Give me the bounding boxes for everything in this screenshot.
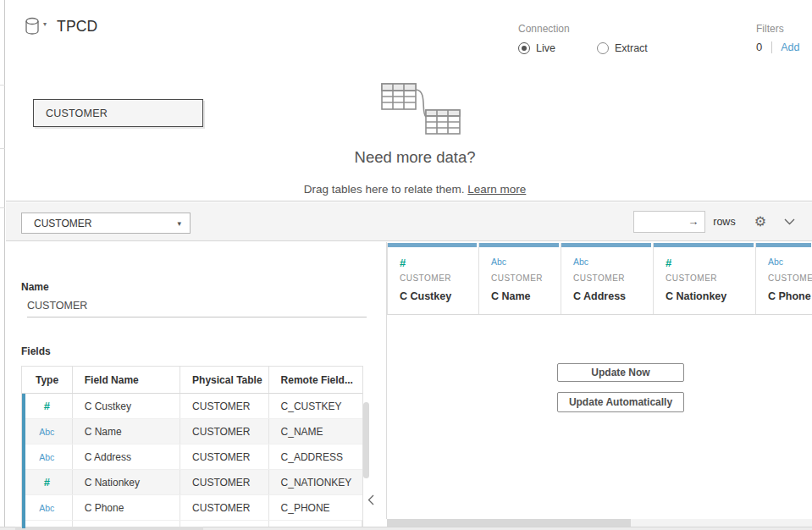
column-field-name[interactable]: C Phone xyxy=(768,290,812,302)
field-row[interactable]: # C Nationkey CUSTOMER C_NATIONKEY xyxy=(22,470,362,495)
radio-extract[interactable]: Extract xyxy=(597,42,648,54)
cell-field-name[interactable]: C Address xyxy=(73,444,180,469)
col-header-remote-field[interactable]: Remote Field... xyxy=(269,367,362,393)
metadata-panel: Name Fields Type Field Name Physical Tab… xyxy=(6,242,386,526)
data-grid-panel: # CUSTOMER C Custkey Abc CUSTOMER C Name… xyxy=(387,242,812,526)
filters-separator xyxy=(771,41,772,53)
cell-remote-field: C_CUSTKEY xyxy=(269,394,362,418)
field-row[interactable]: Abc C Name CUSTOMER C_NAME xyxy=(22,419,362,444)
database-icon[interactable] xyxy=(24,17,41,36)
field-type-icon: # xyxy=(44,476,50,489)
field-row[interactable]: # C Custkey CUSTOMER C_CUSTKEY xyxy=(22,394,362,419)
empty-state-hint: Drag tables here to relate them. Learn m… xyxy=(175,183,655,196)
radio-extract-label: Extract xyxy=(615,42,648,54)
fields-label: Fields xyxy=(21,345,51,357)
grid-column-header[interactable]: Abc CUSTOMER C Address xyxy=(561,243,654,314)
radio-live-label: Live xyxy=(536,42,555,54)
fields-table: Type Field Name Physical Table Remote Fi… xyxy=(21,366,363,528)
cell-field-name[interactable]: C Name xyxy=(73,419,180,444)
cell-physical-table: CUSTOMER xyxy=(180,394,269,418)
column-type-icon: # xyxy=(400,257,478,269)
table-selector-value: CUSTOMER xyxy=(34,218,177,229)
column-field-name[interactable]: C Custkey xyxy=(400,290,478,302)
column-table-name: CUSTOMER xyxy=(573,273,653,283)
column-field-name[interactable]: C Nationkey xyxy=(666,290,755,302)
col-header-field-name[interactable]: Field Name xyxy=(73,367,180,393)
grid-column-header[interactable]: Abc CUSTOMER C Name xyxy=(479,243,561,314)
gear-icon[interactable]: ⚙ xyxy=(754,215,766,229)
grid-column-header[interactable]: Abc CUSTOMER C Phone xyxy=(756,243,812,314)
rail-divider xyxy=(0,207,5,208)
logical-table-label: CUSTOMER xyxy=(46,108,108,119)
field-type-icon: # xyxy=(44,400,50,412)
cell-remote-field: C_NAME xyxy=(269,419,362,444)
relationship-canvas: ▾ TPCD Connection Live Extract Filters 0 xyxy=(6,0,812,202)
relate-tables-icon xyxy=(375,80,468,135)
left-rail xyxy=(0,0,5,530)
col-header-type[interactable]: Type xyxy=(22,367,73,393)
radio-live-circle[interactable] xyxy=(518,42,530,54)
rail-divider xyxy=(0,148,5,149)
column-type-icon: Abc xyxy=(573,257,653,269)
column-field-name[interactable]: C Name xyxy=(491,290,561,302)
datasource-title: TPCD xyxy=(57,18,97,36)
logical-table-customer[interactable]: CUSTOMER xyxy=(33,99,203,127)
empty-hint-text: Drag tables here to relate them. xyxy=(304,183,465,196)
column-table-name: CUSTOMER xyxy=(491,273,561,283)
column-table-name: CUSTOMER xyxy=(666,273,755,283)
cell-field-name[interactable]: C Nationkey xyxy=(73,470,180,494)
field-type-icon: Abc xyxy=(39,452,54,462)
grid-horizontal-scrollbar[interactable] xyxy=(387,519,812,527)
dropdown-caret-icon: ▾ xyxy=(177,219,181,228)
column-type-icon: Abc xyxy=(491,257,561,269)
field-row[interactable]: Abc C Address CUSTOMER C_ADDRESS xyxy=(22,444,362,470)
connection-label: Connection xyxy=(518,23,648,35)
fields-horizontal-scrollbar[interactable] xyxy=(15,527,203,530)
fields-table-body: # C Custkey CUSTOMER C_CUSTKEY Abc C Nam… xyxy=(22,394,362,521)
update-now-button[interactable]: Update Now xyxy=(557,363,684,382)
column-table-name: CUSTOMER xyxy=(768,273,812,283)
chevron-down-icon[interactable] xyxy=(784,218,795,225)
apply-rows-arrow-icon[interactable]: → xyxy=(688,215,699,228)
grid-scrollbar-thumb[interactable] xyxy=(387,519,631,527)
column-table-name: CUSTOMER xyxy=(400,273,478,283)
cell-remote-field: C_ADDRESS xyxy=(269,444,362,469)
cell-physical-table: CUSTOMER xyxy=(180,419,269,444)
grid-column-header[interactable]: # CUSTOMER C Nationkey xyxy=(654,243,756,314)
radio-live[interactable]: Live xyxy=(518,42,555,54)
filters-label: Filters xyxy=(756,23,799,35)
cell-remote-field: C_PHONE xyxy=(269,495,362,520)
fields-table-scrollbar[interactable] xyxy=(363,402,369,478)
row-count-input[interactable]: → xyxy=(633,211,705,233)
cell-field-name[interactable]: C Phone xyxy=(73,495,180,520)
name-label: Name xyxy=(21,281,49,293)
cell-physical-table: CUSTOMER xyxy=(180,444,269,469)
column-field-name[interactable]: C Address xyxy=(573,290,653,302)
cell-physical-table: CUSTOMER xyxy=(180,470,269,494)
table-name-input[interactable] xyxy=(27,300,367,317)
add-filter-link[interactable]: Add xyxy=(781,41,799,53)
cell-physical-table: CUSTOMER xyxy=(180,495,269,520)
field-type-icon: Abc xyxy=(39,427,54,437)
table-selector-dropdown[interactable]: CUSTOMER ▾ xyxy=(21,213,191,234)
data-grid-header: # CUSTOMER C Custkey Abc CUSTOMER C Name… xyxy=(387,243,812,315)
fields-table-header: Type Field Name Physical Table Remote Fi… xyxy=(22,367,362,394)
learn-more-link[interactable]: Learn more xyxy=(467,183,526,196)
grid-column-header[interactable]: # CUSTOMER C Custkey xyxy=(388,243,479,314)
column-type-icon: # xyxy=(666,257,755,269)
filters-count: 0 xyxy=(756,41,762,53)
datasource-caret-icon[interactable]: ▾ xyxy=(43,20,47,28)
rows-controls: → rows ⚙ xyxy=(633,211,800,233)
col-header-physical-table[interactable]: Physical Table xyxy=(180,367,268,393)
cell-field-name[interactable]: C Custkey xyxy=(73,394,180,418)
collapse-panel-icon[interactable] xyxy=(367,494,374,509)
radio-extract-circle[interactable] xyxy=(597,42,609,54)
filters-section: Filters 0 Add xyxy=(756,23,799,53)
column-type-icon: Abc xyxy=(768,257,812,269)
field-row[interactable]: Abc C Phone CUSTOMER C_PHONE xyxy=(22,495,362,521)
connection-section: Connection Live Extract xyxy=(518,23,648,54)
empty-state-title: Need more data? xyxy=(218,148,612,167)
update-automatically-button[interactable]: Update Automatically xyxy=(557,392,684,412)
field-type-icon: Abc xyxy=(39,503,54,513)
datasource-header: ▾ TPCD xyxy=(24,17,97,36)
